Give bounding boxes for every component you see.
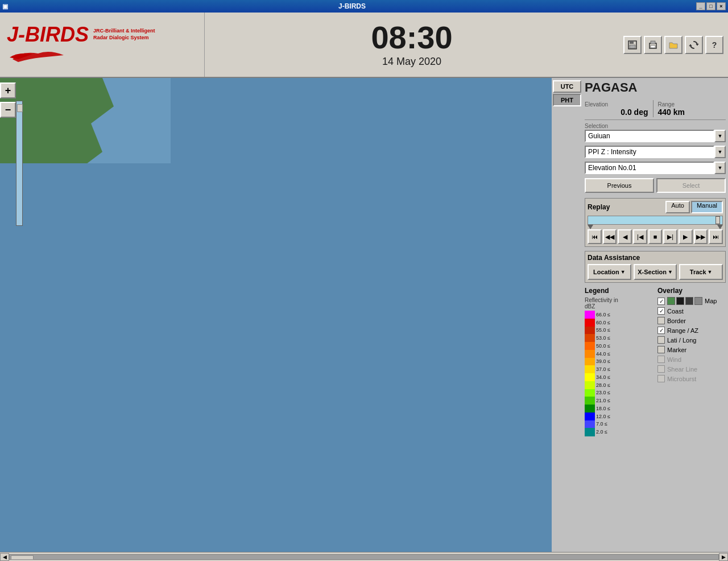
scale-label-item: 60.0 ≤ <box>596 319 610 327</box>
titlebar-icon: ▣ <box>2 3 8 10</box>
elevation-label: Elevation <box>585 101 653 108</box>
replay-label: Replay <box>588 203 610 211</box>
manual-button[interactable]: Manual <box>691 201 723 213</box>
skip-start-icon: ⏮ <box>592 233 598 240</box>
overlay-checkbox-map[interactable] <box>657 298 665 305</box>
overlay-item: Border <box>657 317 726 324</box>
swatch <box>685 297 693 305</box>
zoom-slider[interactable] <box>16 101 23 226</box>
folder-button[interactable] <box>664 36 682 54</box>
legend-section: Legend Reflectivity in dBZ 66.0 ≤60.0 ≤5… <box>585 287 653 438</box>
zoom-in-button[interactable]: + <box>0 82 16 98</box>
toolbar-row: ? <box>623 36 723 54</box>
radar-area: 330km 220km 110km 220km 110km 110km 220k… <box>0 78 552 552</box>
header-toolbar: ? <box>619 13 728 77</box>
right-panel-container: UTC PHT PAGASA Elevation 0.0 deg Range 4… <box>552 78 728 552</box>
svg-rect-5 <box>651 46 655 48</box>
scale-swatch <box>585 358 595 366</box>
overlay-label-text: Wind <box>667 356 681 363</box>
elevation-no-arrow[interactable]: ▼ <box>714 162 726 174</box>
replay-section: Replay Auto Manual <box>585 198 726 247</box>
ppi-input[interactable]: PPI Z : Intensity <box>585 146 714 158</box>
ppi-dropdown-arrow[interactable]: ▼ <box>714 146 726 158</box>
overlay-label-text: Range / AZ <box>667 327 698 334</box>
elevation-no-row: Elevation No.01 ▼ <box>585 162 726 174</box>
scale-label-item: 2.0 ≤ <box>596 428 610 436</box>
track-button[interactable]: Track ▼ <box>679 264 723 280</box>
radar-map: 330km 220km 110km 220km 110km 110km 220k… <box>0 78 171 163</box>
scroll-left-button[interactable]: ◀ <box>0 553 9 561</box>
header: J-BIRDS JRC-Brilliant & Intelligent Rada… <box>0 13 728 78</box>
save-icon <box>627 40 638 50</box>
data-assistance-buttons: Location ▼ X-Section ▼ Track ▼ <box>588 264 723 280</box>
skip-start-button[interactable]: ⏮ <box>588 229 602 244</box>
selection-input[interactable]: Guiuan <box>585 130 714 142</box>
selection-dropdown-container: Guiuan ▼ <box>585 130 726 142</box>
scale-swatch <box>585 334 595 343</box>
overlay-section: Overlay MapCoastBorderRange / AZLati / L… <box>657 287 726 438</box>
overlay-item: Wind <box>657 356 726 363</box>
overlay-label-text: Lati / Long <box>667 337 696 344</box>
overlay-swatch-group <box>667 297 702 305</box>
scale-label-item: 12.0 ≤ <box>596 412 610 420</box>
stop-button[interactable]: ■ <box>648 229 663 244</box>
station-name: PAGASA <box>585 80 726 95</box>
overlay-checkbox-border[interactable] <box>657 317 665 324</box>
overlay-checkbox-microburst[interactable] <box>657 375 665 382</box>
help-button[interactable]: ? <box>705 36 723 54</box>
location-button[interactable]: Location ▼ <box>588 264 631 280</box>
range-label: Range <box>658 101 726 108</box>
scale-swatch <box>585 412 595 421</box>
scale-label-item: 7.0 ≤ <box>596 420 610 428</box>
step-back-button[interactable]: |◀ <box>633 229 647 244</box>
range-group: Range 440 km <box>653 101 726 117</box>
swatch <box>667 297 675 305</box>
scroll-right-button[interactable]: ▶ <box>719 553 728 561</box>
elevation-no-input[interactable]: Elevation No.01 <box>585 162 714 174</box>
xsection-button[interactable]: X-Section ▼ <box>634 264 677 280</box>
rewind-button[interactable]: ◀ <box>618 229 632 244</box>
bottom-scrollbar[interactable]: ◀ ▶ <box>0 552 728 561</box>
overlay-checkbox-marker[interactable] <box>657 346 665 353</box>
skip-end-button[interactable]: ⏭ <box>709 229 723 244</box>
overlay-checkbox-lati---long[interactable] <box>657 336 665 344</box>
replay-slider-thumb[interactable] <box>715 216 720 224</box>
scale-label-item: 66.0 ≤ <box>596 311 610 319</box>
refresh-button[interactable] <box>685 36 703 54</box>
overlay-checkbox-shear-line[interactable] <box>657 365 665 373</box>
overlay-checkbox-wind[interactable] <box>657 356 665 363</box>
rewind-icon: ◀ <box>623 233 627 241</box>
select-button[interactable]: Select <box>656 178 726 193</box>
maximize-button[interactable]: □ <box>706 2 715 10</box>
previous-button[interactable]: Previous <box>585 178 654 193</box>
step-forward-button[interactable]: ▶| <box>663 229 677 244</box>
replay-slider[interactable] <box>588 216 723 225</box>
save-button[interactable] <box>623 36 642 54</box>
zoom-out-button[interactable]: − <box>0 102 16 118</box>
scale-swatch <box>585 311 595 319</box>
zoom-slider-thumb[interactable] <box>17 104 23 112</box>
fast-forward-button[interactable]: ▶▶ <box>694 229 708 244</box>
auto-button[interactable]: Auto <box>665 201 690 213</box>
overlay-checkbox-range---az[interactable] <box>657 327 665 334</box>
print-button[interactable] <box>644 36 662 54</box>
rewind-fast-button[interactable]: ◀◀ <box>603 229 617 244</box>
selection-dropdown-arrow[interactable]: ▼ <box>714 130 726 142</box>
pht-button[interactable]: PHT <box>553 94 581 106</box>
legend-title: Legend <box>585 287 653 295</box>
slider-left-marker <box>588 225 593 229</box>
utc-button[interactable]: UTC <box>553 80 581 93</box>
replay-mode-buttons: Auto Manual <box>665 201 723 213</box>
help-icon: ? <box>712 40 717 50</box>
play-button[interactable]: ▶ <box>679 229 693 244</box>
datetime-area: 08:30 14 May 2020 <box>205 13 619 77</box>
close-button[interactable]: × <box>717 2 726 10</box>
overlay-item: Lati / Long <box>657 336 726 344</box>
scroll-track[interactable] <box>9 554 719 560</box>
overlay-label-text: Microburst <box>667 376 696 382</box>
overlay-checkbox-coast[interactable] <box>657 307 665 315</box>
scroll-thumb[interactable] <box>11 555 34 560</box>
scale-swatch <box>585 342 595 350</box>
minimize-button[interactable]: _ <box>696 2 705 10</box>
overlay-title: Overlay <box>657 287 726 295</box>
